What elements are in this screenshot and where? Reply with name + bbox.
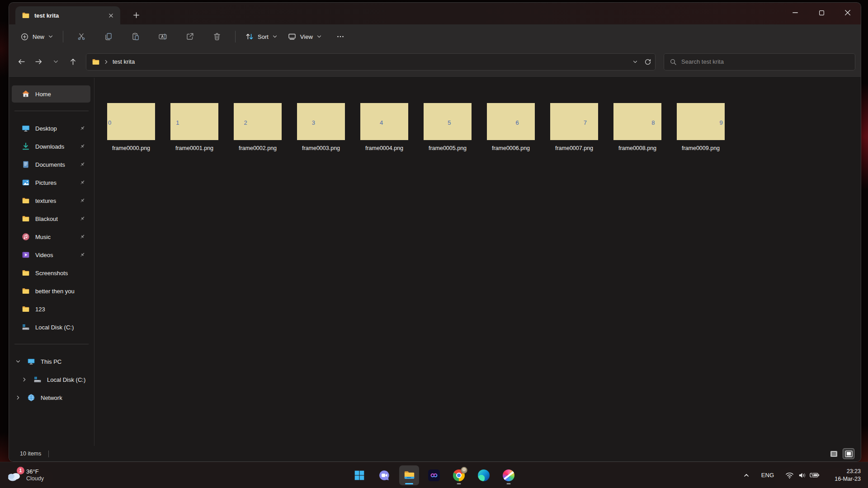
- file-item-frame0007-png[interactable]: 7frame0007.png: [542, 103, 606, 151]
- file-item-frame0005-png[interactable]: 5frame0005.png: [416, 103, 479, 151]
- taskbar-chat-button[interactable]: [374, 465, 394, 485]
- file-thumbnail[interactable]: 3: [297, 103, 345, 140]
- paste-button[interactable]: [125, 28, 146, 46]
- paste-icon: [131, 32, 140, 41]
- maximize-button[interactable]: [808, 3, 835, 23]
- sidebar-item-label: Screenshots: [35, 270, 68, 277]
- file-name[interactable]: frame0003.png: [302, 145, 340, 151]
- minimize-button[interactable]: [782, 3, 808, 23]
- view-toggles: [828, 448, 854, 459]
- taskbar-adobe-creative-cloud-button[interactable]: [424, 465, 444, 485]
- sidebar-item-documents[interactable]: Documents: [12, 156, 90, 173]
- folder-icon: [22, 11, 30, 19]
- taskbar-krita-button[interactable]: [499, 465, 519, 485]
- explorer-tab[interactable]: test krita: [15, 6, 120, 24]
- sidebar-item-desktop[interactable]: Desktop: [12, 120, 90, 137]
- share-button[interactable]: [179, 28, 201, 46]
- refresh-icon[interactable]: [644, 58, 651, 66]
- file-thumbnail[interactable]: 2: [234, 103, 282, 140]
- cut-button[interactable]: [71, 28, 92, 46]
- address-dropdown-icon[interactable]: [632, 59, 638, 65]
- taskbar-edge-button[interactable]: [474, 465, 494, 485]
- file-name[interactable]: frame0008.png: [618, 145, 656, 151]
- file-name[interactable]: frame0001.png: [175, 145, 213, 151]
- search-box[interactable]: [664, 53, 855, 70]
- sort-button[interactable]: Sort: [240, 29, 283, 44]
- documents-icon: [22, 160, 30, 169]
- file-item-frame0009-png[interactable]: 9frame0009.png: [669, 103, 732, 151]
- battery-icon[interactable]: [808, 466, 821, 484]
- file-thumbnail[interactable]: 4: [360, 103, 408, 140]
- file-thumbnail[interactable]: 8: [613, 103, 661, 140]
- taskbar-chrome-button[interactable]: [449, 465, 469, 485]
- sidebar-item-blackout[interactable]: Blackout: [12, 210, 90, 227]
- file-thumbnail[interactable]: 7: [550, 103, 598, 140]
- up-button[interactable]: [64, 54, 81, 70]
- rename-button[interactable]: [152, 28, 174, 46]
- file-name[interactable]: frame0000.png: [112, 145, 150, 151]
- view-button[interactable]: View: [283, 29, 327, 44]
- close-button[interactable]: [835, 3, 861, 23]
- chat-icon: [378, 469, 391, 481]
- copy-button[interactable]: [98, 28, 119, 46]
- sidebar-item-local-disk-c[interactable]: Local Disk (C:): [12, 319, 90, 336]
- chevron-right-icon[interactable]: [21, 377, 28, 382]
- file-thumbnail[interactable]: 6: [487, 103, 535, 140]
- file-item-frame0002-png[interactable]: 2frame0002.png: [226, 103, 289, 151]
- chevron-down-icon[interactable]: [14, 359, 22, 364]
- weather-widget[interactable]: 1 36°F Cloudy: [0, 462, 44, 488]
- language-indicator[interactable]: ENG: [761, 472, 774, 479]
- sidebar-item-home[interactable]: Home: [12, 85, 90, 103]
- taskbar-start-button[interactable]: [349, 465, 369, 485]
- file-name[interactable]: frame0009.png: [682, 145, 720, 151]
- back-button[interactable]: [13, 54, 30, 70]
- sidebar-item-downloads[interactable]: Downloads: [12, 138, 90, 155]
- new-button[interactable]: New: [15, 29, 58, 44]
- sidebar-item-123[interactable]: 123: [12, 300, 90, 318]
- search-input[interactable]: [681, 58, 849, 65]
- file-name[interactable]: frame0002.png: [239, 145, 277, 151]
- file-item-frame0001-png[interactable]: 1frame0001.png: [163, 103, 226, 151]
- file-item-frame0004-png[interactable]: 4frame0004.png: [353, 103, 416, 151]
- sidebar-item-better-then-you[interactable]: better then you: [12, 282, 90, 300]
- file-name[interactable]: frame0007.png: [555, 145, 593, 151]
- file-item-frame0008-png[interactable]: 8frame0008.png: [606, 103, 669, 151]
- folder-icon: [22, 215, 30, 223]
- plus-circle-icon: [20, 33, 29, 41]
- new-tab-button[interactable]: [128, 7, 144, 23]
- file-item-frame0003-png[interactable]: 3frame0003.png: [289, 103, 353, 151]
- sidebar-item-label: Home: [35, 91, 51, 98]
- file-name[interactable]: frame0004.png: [365, 145, 403, 151]
- file-thumbnail[interactable]: 0: [107, 103, 155, 140]
- clock[interactable]: 23:23 16-Mar-23: [828, 468, 861, 483]
- address-bar[interactable]: test krita: [86, 53, 656, 70]
- breadcrumb-path[interactable]: test krita: [113, 58, 135, 65]
- chevron-right-icon[interactable]: [14, 395, 22, 400]
- volume-icon[interactable]: [796, 466, 808, 484]
- sidebar-item-this-pc[interactable]: This PC: [12, 353, 90, 370]
- sidebar-item-videos[interactable]: Videos: [12, 246, 90, 263]
- sidebar-item-pictures[interactable]: Pictures: [12, 174, 90, 191]
- recent-locations-button[interactable]: [47, 54, 64, 70]
- file-thumbnail[interactable]: 1: [170, 103, 218, 140]
- wifi-icon[interactable]: [783, 466, 796, 484]
- sidebar-item-music[interactable]: Music: [12, 228, 90, 245]
- more-options-button[interactable]: [330, 28, 351, 46]
- sidebar-item-screenshots[interactable]: Screenshots: [12, 264, 90, 282]
- sidebar-item-textures[interactable]: textures: [12, 192, 90, 209]
- hidden-icons-chevron[interactable]: [740, 466, 753, 484]
- file-thumbnail[interactable]: 9: [677, 103, 725, 140]
- file-item-frame0000-png[interactable]: 0frame0000.png: [99, 103, 163, 151]
- file-name[interactable]: frame0006.png: [492, 145, 530, 151]
- sidebar-item-local-disk-c[interactable]: Local Disk (C:): [12, 371, 90, 388]
- taskbar-file-explorer-button[interactable]: [399, 465, 419, 485]
- file-item-frame0006-png[interactable]: 6frame0006.png: [479, 103, 542, 151]
- details-view-button[interactable]: [828, 448, 840, 459]
- forward-button[interactable]: [30, 54, 47, 70]
- file-name[interactable]: frame0005.png: [429, 145, 467, 151]
- file-thumbnail[interactable]: 5: [424, 103, 472, 140]
- thumbnail-view-button[interactable]: [843, 448, 854, 459]
- sidebar-item-network[interactable]: Network: [12, 389, 90, 406]
- delete-button[interactable]: [206, 28, 228, 46]
- tab-close-icon[interactable]: [106, 10, 116, 20]
